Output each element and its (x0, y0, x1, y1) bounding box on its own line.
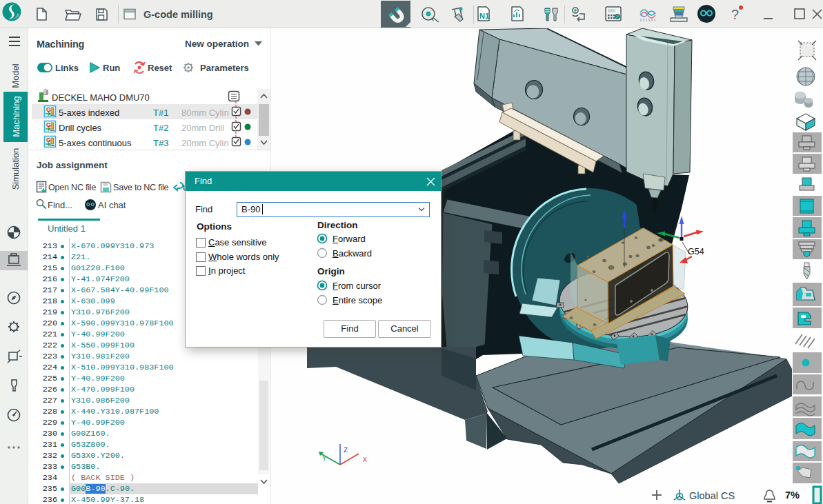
svg-text:7%: 7% (785, 490, 800, 501)
svg-text:G-code milling: G-code milling (143, 9, 213, 20)
svg-text:X: X (363, 456, 367, 464)
svg-text:?: ? (731, 7, 739, 22)
svg-text:Model: Model (10, 63, 21, 88)
svg-text:G54: G54 (688, 247, 704, 256)
svg-text:Simulation: Simulation (10, 148, 21, 190)
svg-text:Machining: Machining (11, 96, 21, 137)
svg-text:Z: Z (344, 447, 348, 454)
svg-text:Global CS: Global CS (689, 490, 735, 501)
svg-text:Y: Y (322, 455, 326, 463)
svg-text:N1: N1 (479, 12, 489, 20)
